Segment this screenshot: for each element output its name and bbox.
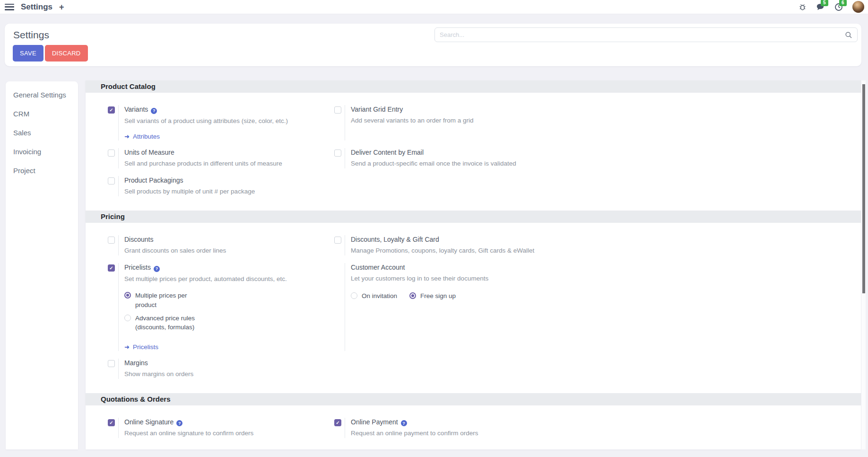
page-title: Settings — [13, 29, 49, 41]
sidebar-item-invoicing[interactable]: Invoicing — [6, 142, 78, 161]
link-arrow-icon: ➜ — [124, 343, 130, 351]
sidebar-item-crm[interactable]: CRM — [6, 104, 78, 123]
messages-count-badge: 5 — [821, 0, 828, 6]
scrollbar-track[interactable] — [861, 80, 866, 449]
save-button[interactable]: SAVE — [13, 45, 43, 62]
setting-online-signature: ✓Online Signature?Request an online sign… — [101, 418, 327, 438]
radio-advanced-price-rules-discounts-formulas[interactable]: Advanced price rules (discounts, formula… — [124, 314, 308, 332]
radio-free-sign-up[interactable]: Free sign up — [409, 291, 456, 301]
setting-variants: ✓Variants?Sell variants of a product usi… — [101, 105, 327, 141]
section-header-product-catalog: Product Catalog — [86, 80, 861, 93]
link-pricelists[interactable]: ➜Pricelists — [124, 343, 158, 351]
radio-multiple-prices-per-product[interactable]: Multiple prices per product — [124, 291, 308, 309]
search-input[interactable] — [440, 31, 845, 38]
checkbox-margins[interactable] — [108, 360, 115, 367]
checkbox-discounts[interactable] — [108, 237, 115, 244]
setting-description: Sell and purchase products in different … — [124, 159, 308, 168]
link-label: Pricelists — [133, 343, 158, 351]
setting-label: Variant Grid Entry — [351, 105, 403, 113]
apps-menu-icon[interactable] — [5, 4, 14, 10]
setting-discounts-loyalty-gift-card: Discounts, Loyalty & Gift CardManage Pro… — [327, 235, 592, 255]
sidebar-item-general-settings[interactable]: General Settings — [6, 85, 78, 104]
settings-content: Product Catalog✓Variants?Sell variants o… — [86, 80, 861, 449]
sidebar-item-project[interactable]: Project — [6, 161, 78, 180]
activities-clock-icon[interactable]: 6 — [834, 3, 843, 11]
radio-button[interactable] — [124, 315, 131, 321]
link-attributes[interactable]: ➜Attributes — [124, 133, 160, 140]
link-arrow-icon: ➜ — [124, 133, 130, 140]
app-name[interactable]: Settings — [21, 2, 52, 12]
control-panel: Settings SAVE DISCARD — [5, 24, 861, 66]
radio-label: Advanced price rules (discounts, formula… — [135, 314, 202, 332]
help-icon[interactable]: ? — [401, 420, 407, 426]
setting-online-payment: ✓Online Payment?Request an online paymen… — [327, 418, 592, 438]
setting-pricelists: ✓Pricelists?Set multiple prices per prod… — [101, 263, 327, 351]
debug-bug-icon[interactable] — [799, 3, 807, 11]
checkbox-product-packagings[interactable] — [108, 177, 115, 185]
setting-description: Grant discounts on sales order lines — [124, 246, 308, 255]
radio-group-pricelists: Multiple prices per productAdvanced pric… — [124, 291, 308, 332]
radio-label: On invitation — [362, 291, 397, 301]
setting-product-packagings: Product PackagingsSell products by multi… — [101, 176, 327, 196]
section-grid-pricing: DiscountsGrant discounts on sales order … — [86, 223, 861, 393]
user-avatar[interactable] — [852, 1, 864, 13]
help-icon[interactable]: ? — [151, 108, 157, 114]
setting-description: Request an online signature to confirm o… — [124, 429, 308, 438]
top-navbar: Settings + 5 — [0, 0, 868, 14]
checkbox-variant-grid-entry[interactable] — [334, 106, 341, 114]
setting-description: Send a product-specific email once the i… — [351, 159, 535, 168]
radio-button[interactable] — [124, 292, 131, 299]
checkbox-variants[interactable]: ✓ — [108, 106, 115, 114]
setting-label: Variants — [124, 105, 148, 113]
setting-deliver-content-by-email: Deliver Content by EmailSend a product-s… — [327, 148, 592, 168]
messages-icon[interactable]: 5 — [816, 3, 825, 11]
setting-label: Customer Account — [351, 264, 405, 271]
link-label: Attributes — [133, 133, 160, 140]
setting-label: Online Payment — [351, 418, 398, 426]
checkbox-online-payment[interactable]: ✓ — [334, 419, 341, 426]
setting-description: Let your customers log in to see their d… — [351, 274, 535, 283]
setting-label: Units of Measure — [124, 149, 174, 156]
setting-discounts: DiscountsGrant discounts on sales order … — [101, 235, 327, 255]
setting-description: Set multiple prices per product, automat… — [124, 275, 308, 284]
scrollbar-thumb[interactable] — [862, 84, 865, 293]
help-icon[interactable]: ? — [176, 420, 182, 426]
discard-button[interactable]: DISCARD — [45, 45, 88, 62]
radio-button[interactable] — [409, 292, 416, 299]
settings-sidebar-list: General SettingsCRMSalesInvoicingProject — [6, 85, 78, 180]
setting-description: Sell products by multiple of unit # per … — [124, 187, 308, 196]
section-grid-product-catalog: ✓Variants?Sell variants of a product usi… — [86, 93, 861, 211]
setting-label: Discounts, Loyalty & Gift Card — [351, 236, 439, 243]
setting-units-of-measure: Units of MeasureSell and purchase produc… — [101, 148, 327, 168]
setting-label: Margins — [124, 359, 148, 367]
checkbox-discounts-loyalty-gift-card[interactable] — [334, 237, 341, 244]
setting-label: Product Packagings — [124, 176, 183, 184]
settings-sidebar: General SettingsCRMSalesInvoicingProject — [6, 81, 78, 449]
section-header-pricing: Pricing — [86, 211, 861, 223]
setting-description: Request an online payment to confirm ord… — [351, 429, 535, 438]
search-icon[interactable] — [845, 31, 852, 39]
setting-description: Add several variants to an order from a … — [351, 116, 535, 125]
help-icon[interactable]: ? — [154, 266, 160, 272]
checkbox-units-of-measure[interactable] — [108, 149, 115, 157]
checkbox-pricelists[interactable]: ✓ — [108, 264, 115, 272]
setting-description: Sell variants of a product using attribu… — [124, 117, 308, 126]
activities-count-badge: 6 — [839, 0, 847, 6]
setting-margins: MarginsShow margins on orders — [101, 359, 327, 379]
radio-label: Multiple prices per product — [135, 291, 202, 309]
radio-button[interactable] — [351, 292, 357, 299]
setting-description: Manage Promotions, coupons, loyalty card… — [351, 246, 535, 255]
radio-label: Free sign up — [420, 291, 456, 301]
setting-label: Online Signature — [124, 418, 174, 426]
setting-description: Show margins on orders — [124, 370, 308, 379]
radio-group-customer-account: On invitationFree sign up — [351, 291, 535, 305]
checkbox-deliver-content-by-email[interactable] — [334, 149, 341, 157]
setting-customer-account: Customer AccountLet your customers log i… — [327, 263, 592, 351]
checkbox-online-signature[interactable]: ✓ — [108, 419, 115, 426]
radio-on-invitation[interactable]: On invitation — [351, 291, 397, 301]
sidebar-item-sales[interactable]: Sales — [6, 123, 78, 142]
plus-icon[interactable]: + — [59, 3, 64, 11]
search-box — [434, 27, 858, 42]
setting-label: Deliver Content by Email — [351, 149, 424, 156]
setting-variant-grid-entry: Variant Grid EntryAdd several variants t… — [327, 105, 592, 141]
